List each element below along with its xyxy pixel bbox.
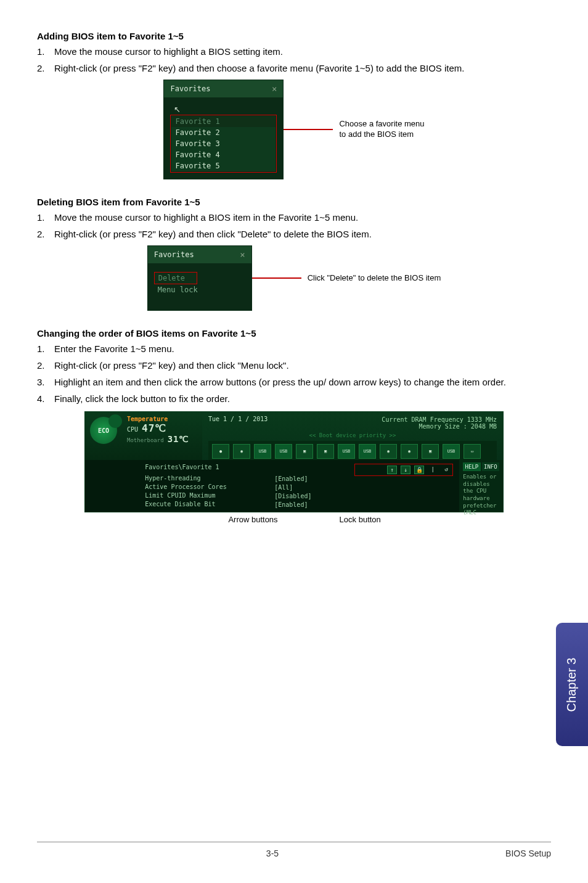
chapter-label: Chapter 3 [565,657,579,712]
cursor-area: ↖ [170,104,277,115]
num: 3. [37,376,54,388]
option-line[interactable]: Execute Disable Bit [145,500,274,509]
num: 1. [37,342,54,355]
favorites-popup-del: Favorites × Delete Menu lock [147,245,252,311]
bios-screenshot: ECO Temperature CPU 47℃ Motherboard 31℃ … [84,411,504,512]
callout-line: to add the BIOS item [339,129,424,140]
favorite-item-2[interactable]: Favorite 2 [171,127,276,138]
option-line[interactable]: Hyper-threading [145,474,274,483]
boot-device-usb-icon[interactable]: USB [275,444,292,459]
lock-button[interactable]: 🔒 [414,466,424,474]
option-value: [Enabled] [274,475,354,483]
boot-device-usb-icon[interactable]: USB [254,444,271,459]
boot-device-icon[interactable]: ▭ [463,444,481,459]
info-tab[interactable]: INFO [482,462,499,471]
step-text: Move the mouse cursor to highlight a BIO… [54,45,283,58]
cursor-icon: ↖ [174,105,181,114]
help-tabs: HELP INFO [463,462,499,471]
boot-device-icon[interactable]: ◉ [401,444,418,459]
temperature-block: Temperature CPU 47℃ Motherboard 31℃ [127,416,197,444]
boot-device-icon[interactable]: ● [212,444,229,459]
help-tab[interactable]: HELP [463,462,480,471]
option-value: [All] [274,483,354,492]
option-value: [Enabled] [274,501,354,509]
favorites-popup: Favorites × ↖ Favorite 1 Favorite 2 Favo… [163,80,284,179]
boot-device-icon[interactable]: ▣ [422,444,439,459]
popup-title: Favorites [154,250,194,259]
heading-add: Adding BIOS item to Favorite 1~5 [37,31,551,41]
callout-line: Choose a favorite menu [339,119,424,129]
popup-header: Favorites × [164,80,283,97]
cpu-label: CPU [127,426,138,433]
callout-connector [284,129,333,130]
delete-item[interactable]: Delete [154,272,197,284]
popup-body: ↖ Favorite 1 Favorite 2 Favorite 3 Favor… [164,97,283,179]
num: 4. [37,392,54,405]
section-name: BIOS Setup [505,848,551,858]
boot-device-icon[interactable]: ◉ [380,444,397,459]
menulock-item[interactable]: Menu lock [154,284,245,295]
num: 1. [37,211,54,224]
close-icon[interactable]: × [240,250,245,260]
undo-icon[interactable]: ↺ [441,466,451,474]
callout-del: Click "Delete" to delete the BIOS item [301,273,441,284]
heading-order: Changing the order of BIOS items on Favo… [37,328,551,339]
boot-device-row: ● ◉ USB USB ▣ ▣ USB USB ◉ ◉ ▣ USB ▭ [208,441,497,462]
list-del: 1.Move the mouse cursor to highlight a B… [37,211,551,240]
figure-del: Favorites × Delete Menu lock Click "Dele… [37,245,551,311]
arrow-up-button[interactable]: ↑ [387,466,397,474]
figure-add: Favorites × ↖ Favorite 1 Favorite 2 Favo… [37,80,551,179]
chapter-tab: Chapter 3 [556,623,588,746]
favorite-item-4[interactable]: Favorite 4 [171,149,276,160]
boot-device-usb-icon[interactable]: USB [359,444,376,459]
mb-temp: 31℃ [168,434,190,444]
order-controls: ↑ ↓ 🔒 | ↺ [354,464,453,476]
step-text: Highlight an item and then click the arr… [54,376,506,388]
mem-value: Memory Size : 2048 MB [208,423,497,430]
close-icon[interactable]: × [272,84,277,94]
popup-header: Favorites × [148,246,251,263]
bios-right-panel: Tue 1 / 1 / 2013 Current DRAM Frequency … [202,412,503,460]
help-text: Enables or disables the CPU hardware pre… [463,474,499,517]
list-add: 1.Move the mouse cursor to highlight a B… [37,45,551,75]
arrow-down-button[interactable]: ↓ [401,466,410,474]
option-value: [Disabled] [274,492,354,501]
callout-add: Choose a favorite menu to add the BIOS i… [333,119,424,140]
num: 2. [37,359,54,372]
step-text: Move the mouse cursor to highlight a BIO… [54,211,358,224]
step-text: Finally, click the lock button to fix th… [54,392,230,405]
step-text: Enter the Favorite 1~5 menu. [54,342,174,355]
boot-device-icon[interactable]: ◉ [233,444,250,459]
boot-device-icon[interactable]: ▣ [317,444,334,459]
option-line[interactable]: Active Processor Cores [145,483,274,491]
cpu-temp: 47℃ [142,422,166,434]
step-text: Right-click (or press "F2" key) and then… [54,228,372,240]
boot-device-icon[interactable]: ▣ [296,444,313,459]
leaf-icon [108,414,122,428]
num: 2. [37,228,54,240]
bios-bottom: Favorites\Favorite 1 Hyper-threading Act… [85,460,503,512]
num: 1. [37,45,54,58]
help-column: HELP INFO Enables or disables the CPU ha… [459,460,503,512]
boot-priority-label: << Boot device priority >> [208,432,497,438]
popup-body: Delete Menu lock [148,263,251,310]
step-text: Right-click (or press "F2" key) and then… [54,359,289,372]
boot-device-usb-icon[interactable]: USB [338,444,355,459]
temperature-label: Temperature [127,416,197,422]
favorite-item-5[interactable]: Favorite 5 [171,160,276,171]
arrow-buttons-label: Arrow buttons [84,515,303,524]
popup-title: Favorites [170,84,210,93]
favorite-item-1[interactable]: Favorite 1 [171,116,276,127]
path-title: Favorites\Favorite 1 [145,464,274,470]
options-column: Favorites\Favorite 1 Hyper-threading Act… [145,464,274,508]
option-line[interactable]: Limit CPUID Maximum [145,491,274,500]
boot-device-usb-icon[interactable]: USB [443,444,460,459]
values-column: [Enabled] [All] [Disabled] [Enabled] [274,464,354,508]
bios-left-panel: ECO Temperature CPU 47℃ Motherboard 31℃ [85,412,202,460]
list-order: 1.Enter the Favorite 1~5 menu. 2.Right-c… [37,342,551,405]
favorite-item-3[interactable]: Favorite 3 [171,138,276,149]
callout-connector [252,277,301,279]
heading-del: Deleting BIOS item from Favorite 1~5 [37,197,551,207]
bios-top: ECO Temperature CPU 47℃ Motherboard 31℃ … [85,412,503,460]
bios-bottom-main: Favorites\Favorite 1 Hyper-threading Act… [139,460,459,512]
